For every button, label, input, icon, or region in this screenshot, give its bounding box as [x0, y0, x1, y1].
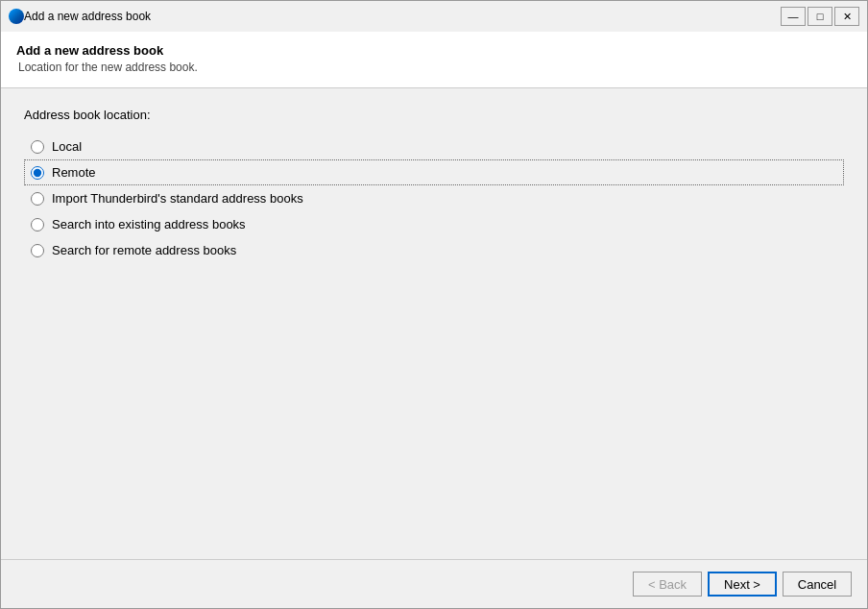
radio-item-local[interactable]: Local	[24, 134, 844, 159]
footer: < Back Next > Cancel	[1, 559, 867, 608]
radio-search-remote[interactable]	[31, 244, 44, 257]
dialog-title: Add a new address book	[16, 43, 852, 58]
dialog-subtitle: Location for the new address book.	[16, 61, 852, 74]
cancel-button[interactable]: Cancel	[783, 572, 852, 597]
radio-group: Local Remote Import Thunderbird's standa…	[24, 134, 844, 263]
radio-remote[interactable]	[31, 166, 44, 180]
radio-local[interactable]	[31, 140, 44, 154]
radio-import[interactable]	[31, 192, 44, 206]
radio-local-label: Local	[52, 139, 82, 154]
window-controls: — □ ✕	[781, 7, 859, 26]
radio-item-remote[interactable]: Remote	[24, 159, 844, 185]
radio-item-search-remote[interactable]: Search for remote address books	[24, 237, 844, 263]
radio-item-import[interactable]: Import Thunderbird's standard address bo…	[24, 185, 844, 211]
next-button[interactable]: Next >	[708, 572, 777, 597]
radio-search-existing-label: Search into existing address books	[52, 217, 246, 231]
title-bar: Add a new address book — □ ✕	[1, 1, 867, 32]
dialog-window: Add a new address book — □ ✕ Add a new a…	[0, 0, 868, 609]
maximize-button[interactable]: □	[808, 7, 832, 26]
window-title: Add a new address book	[24, 10, 781, 23]
radio-search-remote-label: Search for remote address books	[52, 243, 236, 257]
radio-item-search-existing[interactable]: Search into existing address books	[24, 211, 844, 237]
close-button[interactable]: ✕	[834, 7, 859, 26]
radio-search-existing[interactable]	[31, 218, 44, 231]
radio-remote-label: Remote	[52, 165, 96, 180]
radio-import-label: Import Thunderbird's standard address bo…	[52, 191, 303, 206]
header-section: Add a new address book Location for the …	[1, 32, 867, 88]
content-area: Address book location: Local Remote Impo…	[1, 88, 867, 559]
section-label: Address book location:	[24, 108, 844, 122]
app-icon	[9, 9, 24, 24]
back-button[interactable]: < Back	[633, 572, 702, 597]
minimize-button[interactable]: —	[781, 7, 806, 26]
